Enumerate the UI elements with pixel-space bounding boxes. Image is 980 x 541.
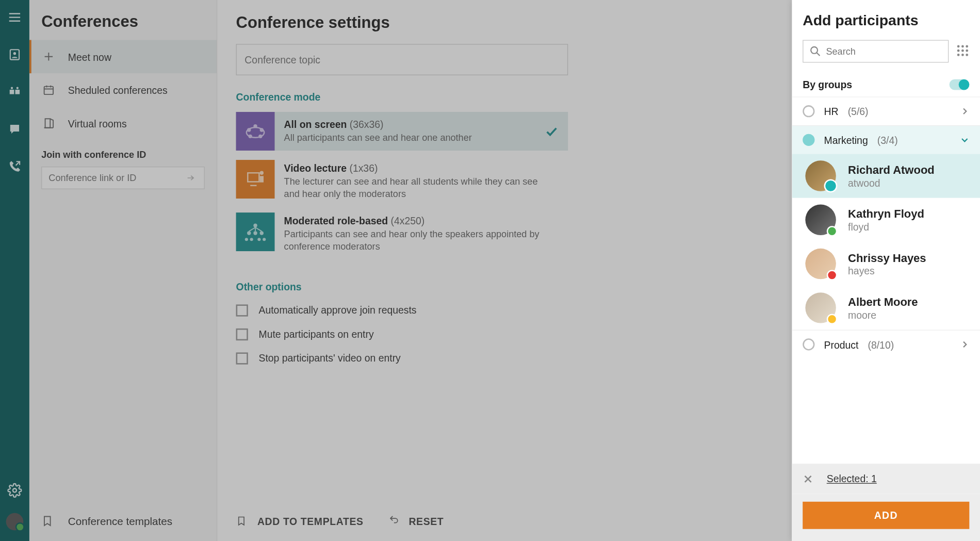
mode-dims: (36x36) (350, 119, 384, 130)
group-radio (803, 105, 814, 117)
selection-bar: Selected: 1 (792, 464, 980, 494)
group-marketing[interactable]: Marketing (3/4) (792, 125, 980, 154)
mode-video-lecture[interactable]: Video lecture (1x36) The lecturer can se… (236, 160, 568, 203)
add-templates-label: ADD TO TEMPLATES (257, 515, 364, 527)
mode-title: All on screen (284, 119, 347, 130)
svg-point-35 (263, 238, 266, 241)
group-product[interactable]: Product (8/10) (792, 330, 980, 358)
selected-count-label[interactable]: Selected: 1 (827, 473, 877, 484)
mode-desc: All participants can see and hear one an… (284, 131, 543, 143)
mode-dims: (4x250) (390, 215, 424, 226)
svg-point-34 (257, 238, 260, 241)
svg-point-23 (247, 127, 264, 138)
mode-moderated[interactable]: Moderated role-based (4x250) Participant… (236, 212, 568, 256)
group-name: Product (824, 339, 859, 350)
mode-desc: The lecturer can see and hear all studen… (284, 175, 543, 201)
checkbox-icon (236, 304, 248, 316)
nav-virtual-rooms[interactable]: Virtual rooms (29, 107, 217, 140)
member-avatar (805, 292, 836, 323)
member-kathryn-floyd[interactable]: Kathryn Floyd floyd (792, 198, 980, 242)
svg-point-30 (253, 231, 257, 235)
member-albert-moore[interactable]: Albert Moore moore (792, 286, 980, 330)
opt-label: Mute participants on entry (258, 329, 373, 340)
conference-templates-link[interactable]: Conference templates (29, 502, 217, 541)
checkbox-icon (236, 352, 248, 364)
member-avatar (805, 160, 836, 191)
svg-point-44 (957, 50, 960, 52)
panel-title: Add participants (803, 12, 969, 29)
svg-point-42 (961, 45, 964, 48)
svg-point-7 (11, 87, 13, 89)
contacts-icon[interactable] (5, 45, 24, 64)
gear-icon[interactable] (5, 481, 24, 500)
member-name: Kathryn Floyd (848, 207, 924, 221)
svg-rect-5 (10, 90, 14, 94)
search-input[interactable] (822, 46, 943, 57)
group-hr[interactable]: HR (5/6) (792, 96, 980, 125)
nav-label: Meet now (68, 51, 111, 62)
dialpad-icon[interactable] (955, 43, 970, 59)
group-name: HR (824, 106, 839, 117)
svg-line-37 (255, 227, 262, 231)
svg-point-41 (957, 45, 960, 48)
join-input-row (41, 167, 205, 189)
svg-point-32 (245, 238, 248, 241)
mode-thumb-icon (236, 212, 275, 251)
mode-title: Video lecture (284, 162, 347, 174)
svg-point-4 (13, 52, 16, 55)
member-richard-atwood[interactable]: Richard Atwood atwood (792, 154, 980, 198)
conference-topic-input[interactable] (236, 44, 568, 75)
member-name: Richard Atwood (848, 163, 935, 177)
by-groups-toggle[interactable] (950, 79, 970, 90)
nav-label: Virtual rooms (68, 118, 127, 129)
opt-label: Automatically approve join requests (258, 304, 416, 316)
bookmark-icon (41, 514, 56, 529)
add-participants-panel: Add participants By groups HR (5/6) Mark… (792, 0, 980, 541)
checkbox-icon (236, 328, 248, 340)
mode-desc: Participants can see and hear only the s… (284, 228, 543, 253)
join-section: Join with conference ID (29, 140, 217, 199)
templates-label: Conference templates (68, 516, 172, 528)
svg-point-49 (966, 54, 968, 56)
svg-point-48 (961, 54, 964, 56)
group-count: (3/4) (877, 134, 898, 145)
nav-scheduled[interactable]: Sheduled conferences (29, 73, 217, 107)
svg-rect-26 (260, 176, 264, 182)
svg-rect-16 (45, 119, 51, 127)
mode-thumb-icon (236, 112, 275, 151)
svg-point-43 (966, 45, 968, 48)
bookmark-icon (236, 514, 250, 528)
svg-rect-12 (44, 87, 53, 95)
nav-meet-now[interactable]: Meet now (29, 40, 217, 74)
chevron-right-icon (960, 107, 969, 116)
chat-icon[interactable] (5, 120, 24, 139)
mode-all-on-screen[interactable]: All on screen (36x36) All participants c… (236, 112, 568, 151)
join-input[interactable] (48, 173, 184, 184)
reset-button[interactable]: RESET (387, 514, 444, 528)
call-icon[interactable] (5, 157, 24, 176)
plus-icon (41, 50, 56, 64)
groups-list: HR (5/6) Marketing (3/4) Richard Atwood … (792, 96, 980, 464)
search-icon (809, 45, 822, 58)
svg-point-46 (966, 50, 968, 52)
svg-point-47 (957, 54, 960, 56)
sidebar-title: Conferences (29, 0, 217, 40)
member-handle: moore (848, 309, 918, 320)
svg-point-39 (811, 47, 818, 54)
svg-rect-6 (15, 90, 20, 94)
menu-icon[interactable] (5, 8, 24, 27)
svg-rect-24 (248, 173, 259, 182)
door-icon (41, 116, 56, 130)
conferences-icon[interactable] (5, 83, 24, 101)
svg-point-8 (17, 87, 19, 89)
member-chrissy-hayes[interactable]: Chrissy Hayes hayes (792, 242, 980, 286)
user-avatar[interactable] (6, 513, 24, 531)
search-field-wrap (803, 40, 949, 63)
add-button[interactable]: ADD (803, 502, 969, 529)
arrow-right-icon[interactable] (184, 173, 198, 183)
svg-point-31 (260, 231, 264, 235)
member-name: Chrissy Hayes (848, 252, 926, 265)
add-to-templates-button[interactable]: ADD TO TEMPLATES (236, 514, 364, 528)
clear-selection-icon[interactable] (803, 473, 813, 484)
svg-point-45 (961, 50, 964, 52)
